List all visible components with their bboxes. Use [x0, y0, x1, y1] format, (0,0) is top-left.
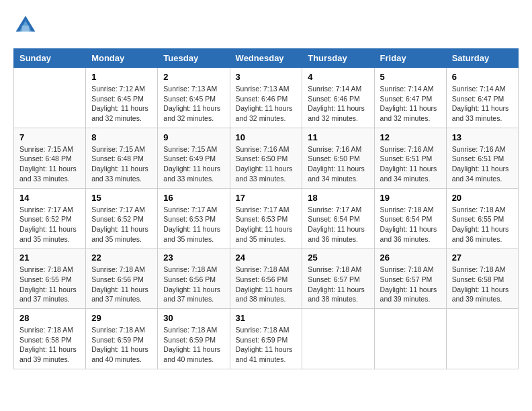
calendar-cell: 12Sunrise: 7:16 AMSunset: 6:51 PMDayligh… [374, 128, 446, 188]
calendar-cell: 8Sunrise: 7:15 AMSunset: 6:48 PMDaylight… [86, 128, 158, 188]
day-info: Sunrise: 7:18 AMSunset: 6:54 PMDaylight:… [380, 205, 441, 244]
calendar-cell: 9Sunrise: 7:15 AMSunset: 6:49 PMDaylight… [158, 128, 230, 188]
calendar-cell: 27Sunrise: 7:18 AMSunset: 6:58 PMDayligh… [446, 248, 518, 309]
day-info: Sunrise: 7:18 AMSunset: 6:59 PMDaylight:… [163, 325, 224, 365]
calendar-cell: 18Sunrise: 7:17 AMSunset: 6:54 PMDayligh… [302, 188, 374, 248]
day-number: 21 [19, 253, 80, 263]
calendar-cell: 13Sunrise: 7:16 AMSunset: 6:51 PMDayligh… [446, 128, 518, 188]
day-number: 14 [19, 193, 80, 203]
calendar-cell: 14Sunrise: 7:17 AMSunset: 6:52 PMDayligh… [14, 188, 86, 248]
day-number: 5 [380, 72, 441, 82]
day-info: Sunrise: 7:14 AMSunset: 6:47 PMDaylight:… [380, 84, 441, 124]
calendar-week-row: 14Sunrise: 7:17 AMSunset: 6:52 PMDayligh… [14, 188, 519, 248]
calendar-cell: 24Sunrise: 7:18 AMSunset: 6:56 PMDayligh… [230, 248, 302, 309]
calendar-cell: 17Sunrise: 7:17 AMSunset: 6:53 PMDayligh… [230, 188, 302, 248]
calendar-header-thursday: Thursday [302, 49, 374, 68]
day-number: 2 [163, 72, 224, 82]
calendar-header-sunday: Sunday [14, 49, 86, 68]
calendar-header-wednesday: Wednesday [230, 49, 302, 68]
day-number: 4 [308, 72, 368, 82]
day-info: Sunrise: 7:17 AMSunset: 6:54 PMDaylight:… [308, 205, 368, 244]
day-info: Sunrise: 7:18 AMSunset: 6:57 PMDaylight:… [308, 265, 368, 304]
day-info: Sunrise: 7:13 AMSunset: 6:46 PMDaylight:… [236, 84, 297, 124]
day-info: Sunrise: 7:18 AMSunset: 6:55 PMDaylight:… [452, 205, 513, 244]
day-info: Sunrise: 7:15 AMSunset: 6:48 PMDaylight:… [91, 144, 152, 184]
calendar-cell: 10Sunrise: 7:16 AMSunset: 6:50 PMDayligh… [230, 128, 302, 188]
day-info: Sunrise: 7:13 AMSunset: 6:45 PMDaylight:… [163, 84, 224, 124]
calendar-cell [374, 309, 446, 369]
day-number: 26 [380, 253, 441, 263]
day-info: Sunrise: 7:18 AMSunset: 6:56 PMDaylight:… [163, 265, 224, 304]
day-number: 23 [163, 253, 224, 263]
day-info: Sunrise: 7:18 AMSunset: 6:57 PMDaylight:… [380, 265, 441, 304]
logo [13, 13, 40, 38]
calendar-week-row: 1Sunrise: 7:12 AMSunset: 6:45 PMDaylight… [14, 68, 519, 128]
day-number: 16 [163, 193, 224, 203]
calendar-cell: 28Sunrise: 7:18 AMSunset: 6:58 PMDayligh… [14, 309, 86, 369]
calendar-header-row: SundayMondayTuesdayWednesdayThursdayFrid… [14, 49, 519, 68]
day-number: 10 [236, 132, 297, 142]
calendar-cell [14, 68, 86, 128]
calendar-cell: 5Sunrise: 7:14 AMSunset: 6:47 PMDaylight… [374, 68, 446, 128]
calendar-week-row: 7Sunrise: 7:15 AMSunset: 6:48 PMDaylight… [14, 128, 519, 188]
day-number: 8 [91, 132, 152, 142]
day-number: 17 [236, 193, 297, 203]
svg-rect-2 [22, 26, 30, 32]
calendar-cell: 15Sunrise: 7:17 AMSunset: 6:52 PMDayligh… [86, 188, 158, 248]
day-info: Sunrise: 7:17 AMSunset: 6:53 PMDaylight:… [236, 205, 297, 244]
day-number: 24 [236, 253, 297, 263]
calendar-cell: 25Sunrise: 7:18 AMSunset: 6:57 PMDayligh… [302, 248, 374, 309]
calendar-week-row: 28Sunrise: 7:18 AMSunset: 6:58 PMDayligh… [14, 309, 519, 369]
page-header [13, 13, 519, 38]
day-number: 18 [308, 193, 368, 203]
day-number: 9 [163, 132, 224, 142]
day-info: Sunrise: 7:18 AMSunset: 6:59 PMDaylight:… [91, 325, 152, 365]
day-info: Sunrise: 7:18 AMSunset: 6:58 PMDaylight:… [452, 265, 513, 304]
day-info: Sunrise: 7:17 AMSunset: 6:52 PMDaylight:… [19, 205, 80, 244]
logo-icon [13, 13, 38, 38]
calendar-cell: 30Sunrise: 7:18 AMSunset: 6:59 PMDayligh… [158, 309, 230, 369]
day-number: 30 [163, 313, 224, 323]
calendar-cell: 29Sunrise: 7:18 AMSunset: 6:59 PMDayligh… [86, 309, 158, 369]
calendar-cell [302, 309, 374, 369]
calendar-cell: 6Sunrise: 7:14 AMSunset: 6:47 PMDaylight… [446, 68, 518, 128]
calendar-cell: 11Sunrise: 7:16 AMSunset: 6:50 PMDayligh… [302, 128, 374, 188]
calendar-cell: 31Sunrise: 7:18 AMSunset: 6:59 PMDayligh… [230, 309, 302, 369]
day-info: Sunrise: 7:17 AMSunset: 6:53 PMDaylight:… [163, 205, 224, 244]
day-info: Sunrise: 7:18 AMSunset: 6:59 PMDaylight:… [236, 325, 297, 365]
day-info: Sunrise: 7:16 AMSunset: 6:51 PMDaylight:… [452, 144, 513, 184]
day-info: Sunrise: 7:16 AMSunset: 6:50 PMDaylight:… [308, 144, 368, 184]
day-number: 7 [19, 132, 80, 142]
day-number: 13 [452, 132, 513, 142]
day-info: Sunrise: 7:16 AMSunset: 6:51 PMDaylight:… [380, 144, 441, 184]
calendar-header-tuesday: Tuesday [158, 49, 230, 68]
calendar-cell: 22Sunrise: 7:18 AMSunset: 6:56 PMDayligh… [86, 248, 158, 309]
calendar-cell: 16Sunrise: 7:17 AMSunset: 6:53 PMDayligh… [158, 188, 230, 248]
day-info: Sunrise: 7:17 AMSunset: 6:52 PMDaylight:… [91, 205, 152, 244]
calendar-cell: 2Sunrise: 7:13 AMSunset: 6:45 PMDaylight… [158, 68, 230, 128]
day-number: 20 [452, 193, 513, 203]
calendar-header-saturday: Saturday [446, 49, 518, 68]
day-number: 22 [91, 253, 152, 263]
day-number: 31 [236, 313, 297, 323]
calendar-header-monday: Monday [86, 49, 158, 68]
calendar-cell: 3Sunrise: 7:13 AMSunset: 6:46 PMDaylight… [230, 68, 302, 128]
day-number: 19 [380, 193, 441, 203]
calendar-table: SundayMondayTuesdayWednesdayThursdayFrid… [13, 48, 519, 369]
calendar-cell: 1Sunrise: 7:12 AMSunset: 6:45 PMDaylight… [86, 68, 158, 128]
day-info: Sunrise: 7:12 AMSunset: 6:45 PMDaylight:… [91, 84, 152, 124]
day-number: 28 [19, 313, 80, 323]
day-info: Sunrise: 7:14 AMSunset: 6:47 PMDaylight:… [452, 84, 513, 124]
calendar-cell: 7Sunrise: 7:15 AMSunset: 6:48 PMDaylight… [14, 128, 86, 188]
calendar-cell: 26Sunrise: 7:18 AMSunset: 6:57 PMDayligh… [374, 248, 446, 309]
day-number: 29 [91, 313, 152, 323]
day-number: 27 [452, 253, 513, 263]
day-number: 25 [308, 253, 368, 263]
calendar-cell [446, 309, 518, 369]
day-info: Sunrise: 7:15 AMSunset: 6:48 PMDaylight:… [19, 144, 80, 184]
calendar-header-friday: Friday [374, 49, 446, 68]
day-number: 6 [452, 72, 513, 82]
day-info: Sunrise: 7:14 AMSunset: 6:46 PMDaylight:… [308, 84, 368, 124]
day-info: Sunrise: 7:18 AMSunset: 6:55 PMDaylight:… [19, 265, 80, 304]
day-number: 11 [308, 132, 368, 142]
